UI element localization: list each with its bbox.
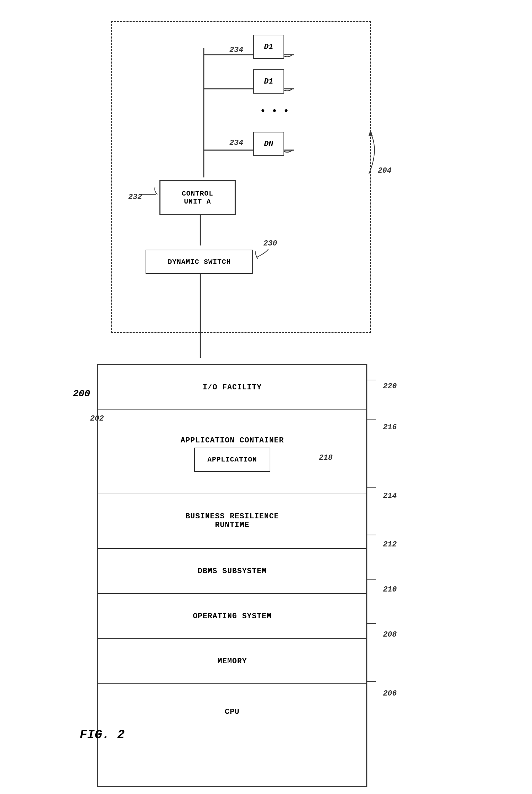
layer-dbms: DBMS SUBSYSTEM: [98, 549, 366, 594]
dots-separator: • • •: [260, 106, 289, 116]
control-unit-box: CONTROL UNIT A: [159, 180, 236, 215]
control-unit-label: CONTROL UNIT A: [182, 190, 213, 206]
layer-cpu: CPU: [98, 684, 366, 740]
ref-218: 218: [319, 454, 333, 462]
ref-210: 210: [383, 585, 397, 594]
ref-220: 220: [383, 382, 397, 391]
dynamic-switch-label: DYNAMIC SWITCH: [168, 258, 231, 266]
ref-234-top: 234: [229, 46, 243, 54]
io-facility-label: I/O FACILITY: [203, 383, 262, 392]
ref-208: 208: [383, 630, 397, 639]
ref-230: 230: [263, 239, 277, 248]
memory-label: MEMORY: [217, 657, 247, 666]
layer-io: I/O FACILITY: [98, 365, 366, 410]
ref-216: 216: [383, 423, 397, 432]
os-label: OPERATING SYSTEM: [193, 612, 271, 621]
device-d1-top: D1: [253, 35, 284, 59]
resilience-label: BUSINESS RESILIENCE RUNTIME: [185, 512, 279, 529]
ref-212: 212: [383, 540, 397, 549]
app-container-label: APPLICATION CONTAINER: [181, 431, 284, 445]
layer-app-container: APPLICATION CONTAINER APPLICATION: [98, 410, 366, 493]
ref-200: 200: [73, 388, 90, 399]
layer-os: OPERATING SYSTEM: [98, 594, 366, 639]
fig-label: FIG. 2: [80, 728, 125, 742]
dynamic-switch-box: DYNAMIC SWITCH: [146, 250, 253, 274]
device-dn: DN: [253, 132, 284, 156]
dbms-label: DBMS SUBSYSTEM: [198, 567, 267, 576]
layer-resilience: BUSINESS RESILIENCE RUNTIME: [98, 493, 366, 549]
device-d1-top-label: D1: [264, 43, 273, 51]
application-label: APPLICATION: [207, 456, 257, 464]
ref-214: 214: [383, 492, 397, 500]
device-d1-bottom: D1: [253, 69, 284, 94]
application-inner-box: APPLICATION: [194, 448, 270, 472]
main-system-box: I/O FACILITY APPLICATION CONTAINER APPLI…: [97, 364, 367, 787]
ref-232: 232: [128, 193, 142, 201]
layer-memory: MEMORY: [98, 639, 366, 684]
ref-202: 202: [90, 414, 104, 423]
ref-204: 204: [378, 166, 392, 175]
cpu-label: CPU: [225, 708, 240, 716]
ref-206: 206: [383, 689, 397, 698]
device-dn-label: DN: [264, 140, 273, 148]
storage-subsystem-box: [111, 21, 371, 333]
device-d1-bottom-label: D1: [264, 77, 273, 86]
ref-234-bot: 234: [229, 139, 243, 147]
